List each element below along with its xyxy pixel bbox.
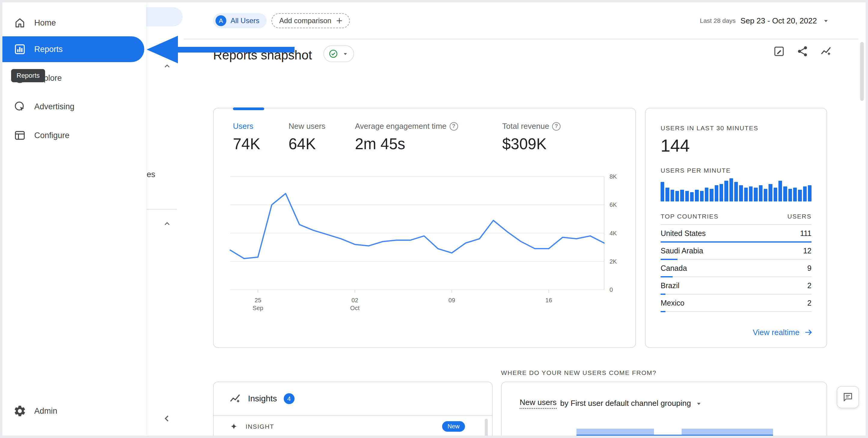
minute-bar — [710, 189, 713, 201]
svg-text:8K: 8K — [610, 173, 617, 180]
page-scrollbar[interactable] — [860, 42, 864, 101]
svg-text:4K: 4K — [610, 230, 617, 237]
sidebar-item-home[interactable]: Home — [2, 8, 144, 37]
feedback-button[interactable] — [837, 386, 859, 408]
svg-text:6K: 6K — [610, 201, 617, 208]
sidebar-item-configure[interactable]: Configure — [2, 121, 144, 150]
analytics-page: es A All Users Add comparison Last 28 da… — [2, 2, 866, 436]
country-name: Saudi Arabia — [661, 246, 703, 255]
users-30min-value: 144 — [661, 135, 811, 156]
check-circle-icon — [328, 48, 338, 59]
sidebar-item-reports[interactable]: Reports — [2, 36, 144, 62]
countries-table: United States111Saudi Arabia12Canada9Bra… — [661, 225, 811, 312]
minute-bar — [774, 188, 777, 201]
insights-icon — [229, 392, 241, 405]
minute-bar — [685, 191, 689, 201]
minute-bar — [695, 190, 699, 201]
svg-text:2K: 2K — [610, 258, 617, 265]
collapse-nav-icon[interactable] — [161, 413, 173, 426]
users-line-chart: 02K4K6K8K25Sep02Oct0916 — [214, 171, 637, 315]
minute-bar — [705, 188, 708, 201]
svg-text:16: 16 — [546, 297, 552, 304]
caret-down-icon — [694, 399, 703, 408]
metric-tab-users[interactable]: Users 74K — [233, 122, 288, 153]
report-status-dropdown[interactable] — [323, 45, 354, 62]
minute-bar — [724, 181, 728, 201]
insights-icon[interactable] — [819, 45, 833, 58]
country-row: United States111 — [661, 225, 811, 242]
minute-bar — [778, 181, 782, 201]
advertising-icon — [13, 100, 26, 113]
help-icon[interactable]: ? — [552, 122, 561, 131]
insights-card: Insights 4 INSIGHT New — [213, 381, 493, 436]
users-per-minute-label: USERS PER MINUTE — [661, 167, 811, 174]
top-countries-label: TOP COUNTRIES — [661, 213, 719, 220]
minute-bar — [661, 182, 664, 201]
segment-all-users-chip[interactable]: A All Users — [213, 13, 267, 28]
insight-item[interactable]: INSIGHT New — [229, 421, 465, 432]
new-users-card: New users by First user default channel … — [501, 381, 827, 436]
chevron-up-icon[interactable] — [162, 219, 172, 230]
svg-text:Oct: Oct — [350, 305, 360, 311]
new-users-card-title[interactable]: New users by First user default channel … — [520, 398, 703, 409]
topbar-divider — [184, 39, 858, 39]
users-line-series — [230, 194, 604, 259]
metric-label: New users — [288, 122, 355, 131]
channel-bar-baseline — [577, 435, 773, 436]
insights-scrollbar[interactable] — [485, 419, 488, 436]
customize-report-icon[interactable] — [772, 45, 786, 58]
date-range-picker[interactable]: Last 28 days Sep 23 - Oct 20, 2022 — [700, 13, 830, 28]
insights-header[interactable]: Insights 4 — [214, 382, 492, 416]
minute-bar — [764, 189, 767, 201]
svg-text:Sep: Sep — [252, 305, 263, 311]
country-name: Mexico — [661, 299, 684, 307]
sparkle-icon — [229, 422, 239, 432]
help-icon[interactable]: ? — [450, 122, 458, 131]
selected-metric-indicator — [233, 107, 264, 110]
metric-value: 2m 45s — [355, 135, 502, 153]
feedback-chat-icon — [842, 391, 854, 403]
view-realtime-link[interactable]: View realtime — [752, 328, 813, 337]
date-range-value: Sep 23 - Oct 20, 2022 — [741, 16, 817, 26]
nav-item-clipped[interactable]: es — [147, 170, 155, 179]
minute-bar — [675, 191, 679, 201]
metric-tab-new-users[interactable]: New users 64K — [288, 122, 355, 153]
svg-text:25: 25 — [254, 297, 261, 304]
add-comparison-button[interactable]: Add comparison — [271, 13, 350, 28]
share-icon[interactable] — [796, 45, 809, 58]
header-actions — [772, 45, 833, 58]
minute-bar — [690, 192, 694, 201]
svg-text:0: 0 — [610, 287, 613, 293]
minute-bar — [730, 178, 733, 201]
insights-count-badge: 4 — [284, 393, 294, 404]
country-row: Brazil2 — [661, 277, 811, 295]
realtime-card: USERS IN LAST 30 MINUTES 144 USERS PER M… — [645, 108, 827, 348]
gear-icon — [13, 404, 26, 417]
dimension-label[interactable]: New users — [520, 398, 557, 409]
country-users-value: 9 — [807, 264, 811, 273]
metric-label-text: Total revenue — [502, 122, 549, 131]
minute-bar — [671, 190, 674, 201]
minute-bar — [803, 187, 807, 201]
sidebar-item-label: Admin — [34, 406, 57, 416]
metric-tab-total-revenue[interactable]: Total revenue ? $309K — [502, 122, 561, 153]
plus-icon — [335, 16, 344, 25]
new-users-section-heading: WHERE DO YOUR NEW USERS COME FROM? — [501, 369, 656, 376]
country-users-value: 12 — [803, 246, 811, 255]
minute-bar — [734, 182, 738, 201]
reports-icon — [13, 43, 26, 56]
metric-tabs: Users 74K New users 64K Average engageme… — [233, 122, 561, 153]
country-users-value: 2 — [807, 281, 811, 290]
sidebar-item-advertising[interactable]: Advertising — [2, 92, 144, 121]
minute-bar — [783, 187, 787, 201]
configure-icon — [13, 129, 26, 142]
metric-value: $309K — [502, 135, 561, 153]
minute-bar — [744, 188, 748, 201]
metric-tab-engagement-time[interactable]: Average engagement time ? 2m 45s — [355, 122, 502, 153]
sidebar-item-admin[interactable]: Admin — [2, 397, 144, 426]
snapshot-summary-card: Users 74K New users 64K Average engageme… — [213, 108, 636, 348]
countries-table-header: TOP COUNTRIES USERS — [661, 213, 811, 225]
home-icon — [13, 16, 26, 29]
minute-bar — [769, 184, 772, 201]
minute-bar — [808, 185, 811, 201]
